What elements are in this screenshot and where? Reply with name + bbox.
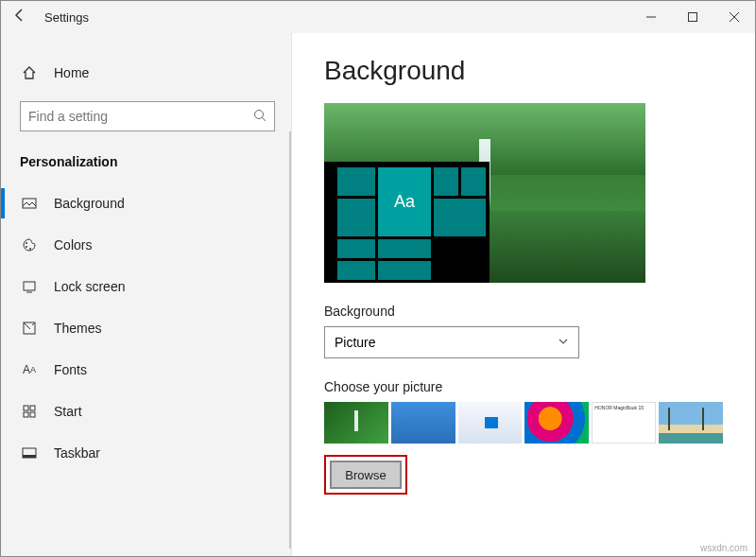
nav-label: Background [54,196,125,211]
search-icon [253,109,266,125]
preview-start-overlay: Aa [324,162,490,283]
chevron-down-icon [558,335,569,350]
search-placeholder: Find a setting [28,109,108,124]
start-icon [20,404,39,419]
svg-rect-1 [689,13,697,22]
close-button[interactable] [713,1,755,33]
watermark: wsxdn.com [700,543,747,553]
nav-label: Start [54,404,82,419]
thumb-windows-light[interactable] [458,402,523,444]
nav-label: Taskbar [54,445,100,461]
thumb-magicbook[interactable]: HONOR MagicBook 15 [592,402,656,444]
page-title: Background [324,56,723,86]
search-input[interactable]: Find a setting [20,101,275,131]
themes-icon [20,321,39,336]
svg-point-2 [255,110,264,118]
nav-label: Colors [54,237,92,252]
thumb-waterfall[interactable] [324,402,388,444]
nav-label: Themes [54,321,102,336]
svg-line-3 [263,117,266,121]
sidebar: Home Find a setting Personalization Back… [1,33,292,556]
window-title: Settings [44,10,89,25]
content-pane: Background Aa Background Picture Choose … [292,33,755,556]
background-field-label: Background [324,304,723,319]
svg-point-7 [29,248,31,250]
nav-lockscreen[interactable]: Lock screen [1,266,291,307]
category-label: Personalization [1,147,291,183]
browse-button[interactable]: Browse [330,461,402,489]
titlebar: Settings [1,1,755,33]
lockscreen-icon [20,279,39,294]
minimize-button[interactable] [630,1,672,33]
svg-point-5 [26,242,27,244]
preview-sample-text: Aa [378,167,431,236]
background-dropdown[interactable]: Picture [324,326,579,358]
svg-rect-16 [23,455,36,458]
maximize-button[interactable] [672,1,713,33]
svg-rect-4 [23,199,36,208]
nav-background[interactable]: Background [1,183,291,224]
svg-rect-13 [24,412,28,417]
browse-highlight: Browse [324,455,407,495]
fonts-icon: AA [20,363,39,376]
nav-taskbar[interactable]: Taskbar [1,432,291,474]
palette-icon [20,237,39,252]
back-button[interactable] [1,8,39,26]
nav-label: Fonts [54,362,87,377]
picture-icon [20,196,39,211]
nav-start[interactable]: Start [1,391,291,432]
home-icon [20,65,39,80]
dropdown-value: Picture [335,335,376,350]
nav-fonts[interactable]: AA Fonts [1,349,291,391]
svg-rect-8 [24,282,35,290]
taskbar-icon [20,445,39,461]
thumb-blue[interactable] [391,402,455,444]
svg-point-6 [26,246,27,248]
nav-label: Lock screen [54,279,125,294]
svg-rect-14 [30,412,35,417]
choose-picture-label: Choose your picture [324,379,723,394]
sidebar-scrollbar[interactable] [289,131,291,548]
nav-colors[interactable]: Colors [1,224,291,266]
svg-rect-12 [30,406,35,410]
thumb-umbrellas[interactable] [524,402,589,444]
background-preview: Aa [324,103,645,283]
nav-themes[interactable]: Themes [1,307,291,349]
home-label: Home [54,65,89,80]
thumb-beach[interactable] [659,402,723,444]
svg-rect-11 [24,406,28,410]
picture-thumbnails: HONOR MagicBook 15 [324,402,723,444]
home-link[interactable]: Home [1,52,291,94]
